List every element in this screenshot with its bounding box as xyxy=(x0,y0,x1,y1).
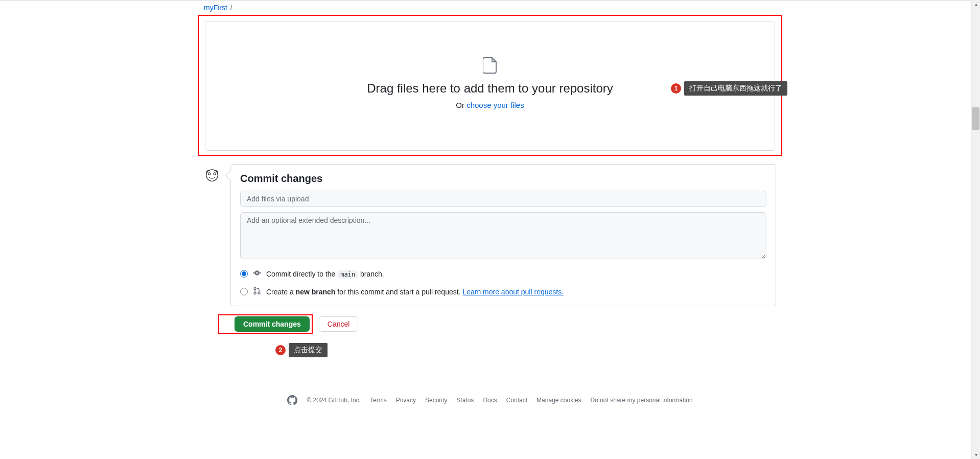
footer-copyright: © 2024 GitHub, Inc. xyxy=(307,397,361,404)
pull-requests-learn-link[interactable]: Learn more about pull requests. xyxy=(462,288,564,296)
commit-box: Commit changes Commit directly to the ma… xyxy=(230,164,776,306)
breadcrumb-separator: / xyxy=(230,4,232,12)
branch-badge: main xyxy=(337,270,358,279)
annotation-highlight-1: Drag files here to add them to your repo… xyxy=(198,15,782,156)
annotation-text-2: 点击提交 xyxy=(289,343,328,357)
footer-link-privacy[interactable]: Privacy xyxy=(396,397,416,404)
footer-link-security[interactable]: Security xyxy=(425,397,447,404)
footer-link-contact[interactable]: Contact xyxy=(506,397,527,404)
annotation-callout-1: 1 打开自己电脑东西拖这就行了 xyxy=(671,81,787,96)
annotation-callout-2: 2 点击提交 xyxy=(275,343,776,357)
svg-point-3 xyxy=(256,272,259,274)
svg-point-6 xyxy=(254,288,256,290)
git-pull-request-icon xyxy=(253,287,261,296)
commit-direct-radio-row[interactable]: Commit directly to the main branch. xyxy=(240,269,766,279)
commit-changes-button[interactable]: Commit changes xyxy=(235,316,310,332)
svg-point-1 xyxy=(208,173,211,175)
commit-direct-radio[interactable] xyxy=(240,270,248,278)
commit-newbranch-radio-row[interactable]: Create a new branch for this commit and … xyxy=(240,287,766,296)
git-commit-icon xyxy=(253,269,261,279)
vertical-scrollbar[interactable]: ▴ ▾ xyxy=(971,0,980,421)
github-logo-icon xyxy=(287,395,297,405)
commit-direct-label: Commit directly to the main branch. xyxy=(266,270,384,278)
commit-description-textarea[interactable] xyxy=(240,212,766,259)
commit-newbranch-label: Create a new branch for this commit and … xyxy=(266,288,564,296)
choose-files-link[interactable]: choose your files xyxy=(466,101,524,109)
footer-link-cookies[interactable]: Manage cookies xyxy=(536,397,581,404)
dropzone-subtext: Or choose your files xyxy=(216,101,764,109)
svg-point-0 xyxy=(206,170,218,181)
breadcrumb: myFirst / xyxy=(204,1,776,14)
svg-point-7 xyxy=(254,292,256,294)
footer-link-docs[interactable]: Docs xyxy=(483,397,497,404)
svg-point-8 xyxy=(258,292,260,294)
dropzone-or: Or xyxy=(456,101,466,109)
footer-link-status[interactable]: Status xyxy=(456,397,474,404)
commit-heading: Commit changes xyxy=(240,173,766,185)
user-avatar xyxy=(204,167,220,183)
annotation-highlight-2: Commit changes xyxy=(218,314,313,334)
svg-point-2 xyxy=(214,173,216,175)
annotation-number-2: 2 xyxy=(275,345,286,355)
footer: © 2024 GitHub, Inc. Terms Privacy Securi… xyxy=(0,386,980,421)
footer-link-terms[interactable]: Terms xyxy=(370,397,387,404)
footer-link-donotshare[interactable]: Do not share my personal information xyxy=(590,397,692,404)
annotation-text-1: 打开自己电脑东西拖这就行了 xyxy=(684,81,787,96)
file-icon xyxy=(483,57,497,75)
commit-summary-input[interactable] xyxy=(240,191,766,207)
cancel-button[interactable]: Cancel xyxy=(319,316,359,332)
commit-newbranch-radio[interactable] xyxy=(240,288,248,295)
breadcrumb-repo-link[interactable]: myFirst xyxy=(204,4,227,12)
scroll-up-button[interactable]: ▴ xyxy=(972,0,980,9)
annotation-number-1: 1 xyxy=(671,83,681,94)
scrollbar-thumb[interactable] xyxy=(972,107,979,130)
